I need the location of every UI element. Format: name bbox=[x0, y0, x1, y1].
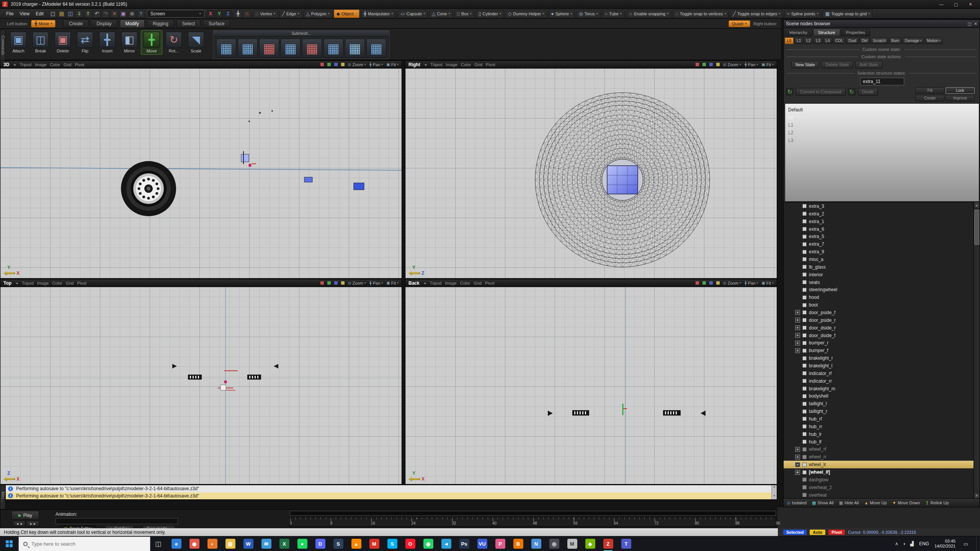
timeline-ruler[interactable]: 081624324048566472808896 bbox=[290, 517, 776, 527]
tree-node-door-dside-r[interactable]: +door_dside_r bbox=[784, 324, 974, 332]
import-icon[interactable]: ⇓ bbox=[75, 10, 83, 18]
node-checkbox[interactable] bbox=[802, 326, 807, 330]
tree-node-extra-1[interactable]: extra_1 bbox=[784, 218, 974, 225]
taskbar-app-whatsapp[interactable]: ◉ bbox=[423, 538, 433, 550]
viewport-toolbar-icon[interactable] bbox=[334, 281, 338, 285]
taskbar-app-blender[interactable]: B bbox=[513, 538, 523, 550]
node-checkbox[interactable] bbox=[802, 379, 807, 383]
tree-node-brakelight-l[interactable]: brakelight_l bbox=[784, 362, 974, 370]
timeline[interactable]: 081624324048566472808896 bbox=[290, 511, 776, 527]
tool-insert-button[interactable]: ╋Insert bbox=[96, 30, 118, 55]
node-checkbox[interactable] bbox=[802, 242, 807, 246]
node-checkbox[interactable] bbox=[802, 212, 807, 216]
scene-state-l2[interactable]: L2 bbox=[788, 129, 979, 137]
viewport-toolbar-icon[interactable] bbox=[702, 281, 706, 285]
viewport-zoom-control[interactable]: ◎Zoom▾ bbox=[723, 62, 741, 67]
viewport-menu-grid[interactable]: Grid bbox=[474, 62, 482, 67]
viewport-menu-color[interactable]: Color bbox=[461, 62, 471, 67]
viewport-name[interactable]: Right bbox=[408, 62, 420, 67]
tree-node-extra-2[interactable]: extra_2 bbox=[784, 210, 974, 218]
state-burn-button[interactable]: Burn bbox=[889, 37, 902, 44]
viewport-menu-tripod[interactable]: Tripod bbox=[22, 281, 34, 285]
state-motion-button[interactable]: Motion▾ bbox=[924, 37, 943, 44]
tree-node-steeringwheel[interactable]: steeringwheel bbox=[784, 286, 974, 293]
viewport-fit-control[interactable]: ▣Fit▾ bbox=[761, 281, 774, 285]
log-scrollbar[interactable]: ▲▼ bbox=[771, 485, 777, 499]
state-l3-button[interactable]: L3 bbox=[813, 37, 822, 44]
tree-node-hub-lf[interactable]: hub_lf bbox=[784, 438, 974, 446]
viewport-toolbar-icon[interactable] bbox=[696, 281, 699, 285]
lock-button[interactable]: Lock bbox=[946, 87, 975, 94]
axis-x-button[interactable]: X bbox=[207, 10, 214, 18]
mode-edge-button[interactable]: ╱Edge▾ bbox=[279, 10, 302, 18]
screen-select[interactable]: Screen ▾ bbox=[147, 10, 204, 18]
taskbar-app-telegram[interactable]: ◄ bbox=[441, 538, 451, 550]
tree-node-wheel-rf[interactable]: +wheel_rf bbox=[784, 446, 974, 453]
menu-view[interactable]: View bbox=[16, 10, 33, 17]
viewport-menu-image[interactable]: Image bbox=[446, 62, 457, 67]
viewport-menu-image[interactable]: Image bbox=[445, 281, 457, 285]
axis-z-button[interactable]: Z bbox=[224, 10, 232, 18]
mode-manipulator-button[interactable]: ╋Manipulator▾ bbox=[361, 10, 396, 18]
submesh-icon-7[interactable]: ▦ bbox=[345, 39, 365, 58]
taskbar-search[interactable] bbox=[18, 536, 150, 551]
viewport-menu-grid[interactable]: Grid bbox=[66, 281, 74, 285]
snap-spline-points-button[interactable]: ≈Spline points▾ bbox=[784, 10, 821, 18]
minimize-button[interactable]: — bbox=[934, 0, 949, 8]
viewport-toolbar-icon[interactable] bbox=[320, 63, 324, 66]
viewport-back[interactable]: Back◄TripodImageColorGridPivot◎Zoom▾╋Pan… bbox=[405, 279, 777, 484]
viewport-toolbar-icon[interactable] bbox=[341, 281, 345, 285]
tree-node-bumper-f[interactable]: +bumper_f bbox=[784, 347, 974, 354]
tab-properties[interactable]: Properties bbox=[841, 29, 870, 36]
submesh-group-caption[interactable]: Submesh... bbox=[213, 31, 389, 37]
node-checkbox[interactable] bbox=[802, 227, 807, 231]
pick-axes-icon[interactable]: ╋ bbox=[234, 10, 242, 18]
move-down-button[interactable]: ▼Move Down bbox=[892, 500, 920, 505]
viewport-menu-pivot[interactable]: Pivot bbox=[485, 281, 494, 285]
scene-state-default[interactable]: Default bbox=[788, 106, 979, 114]
expand-icon[interactable]: + bbox=[795, 348, 800, 353]
help-icon[interactable]: ? bbox=[137, 10, 145, 18]
viewport-top[interactable]: Top◄TripodImageColorGridPivot◎Zoom▾╋Pan▾… bbox=[0, 279, 402, 484]
tree-node-taillight-l[interactable]: taillight_l bbox=[784, 400, 974, 408]
tree-node-boot[interactable]: boot bbox=[784, 301, 974, 309]
expand-icon[interactable]: + bbox=[795, 455, 800, 460]
node-checkbox[interactable] bbox=[802, 295, 807, 300]
snap-enable-snapping-button[interactable]: ∩Enable snapping▾ bbox=[627, 10, 671, 18]
viewport-toolbar-icon[interactable] bbox=[327, 63, 331, 66]
expand-icon[interactable]: + bbox=[795, 310, 800, 315]
viewport-menu-color[interactable]: Color bbox=[50, 62, 60, 67]
viewport-right-canvas[interactable]: YZ bbox=[405, 68, 777, 278]
node-checkbox[interactable] bbox=[802, 288, 807, 292]
viewport-toolbar-icon[interactable] bbox=[334, 63, 338, 66]
menu-edit[interactable]: Edit bbox=[33, 10, 47, 17]
show-desktop-button[interactable] bbox=[976, 536, 978, 551]
start-button[interactable] bbox=[0, 536, 18, 551]
delete-state-button[interactable]: Delete State bbox=[822, 61, 853, 68]
viewport-menu-grid[interactable]: Grid bbox=[64, 62, 72, 67]
viewport-collapse-icon[interactable]: ◄ bbox=[15, 281, 18, 285]
viewport-zoom-control[interactable]: ◎Zoom▾ bbox=[723, 281, 741, 285]
viewport-3d-canvas[interactable]: YX bbox=[0, 68, 402, 278]
taskbar-app-file-explorer[interactable]: ▤ bbox=[225, 538, 235, 550]
viewport-top-canvas[interactable]: ZX bbox=[0, 287, 402, 484]
node-checkbox[interactable] bbox=[802, 364, 807, 368]
node-checkbox[interactable] bbox=[802, 303, 807, 307]
mode-polygon-button[interactable]: △Polygon▾ bbox=[304, 10, 332, 18]
submesh-icon-3[interactable]: ▦ bbox=[259, 39, 279, 58]
taskbar-app-excel[interactable]: X bbox=[279, 538, 289, 550]
viewport-toolbar-icon[interactable] bbox=[716, 63, 720, 66]
node-checkbox[interactable] bbox=[802, 371, 807, 375]
open-file-icon[interactable]: ▤ bbox=[58, 10, 65, 18]
tree-node-lb-glass[interactable]: lb_glass bbox=[784, 263, 974, 271]
tab-hierarchy[interactable]: Hierarchy bbox=[784, 29, 812, 36]
settings-icon[interactable]: ⊛ bbox=[128, 10, 136, 18]
axis-y-button[interactable]: Y bbox=[216, 10, 223, 18]
tree-node-brakelight-r[interactable]: brakelight_r bbox=[784, 354, 974, 362]
tool-rot-button[interactable]: ↻Rot... bbox=[163, 30, 185, 55]
redo-icon[interactable]: ↷ bbox=[102, 10, 109, 18]
ribbon-tab-display[interactable]: Display bbox=[91, 20, 117, 28]
taskbar-app-word[interactable]: W bbox=[243, 538, 253, 550]
taskbar-app-chrome[interactable]: ◉ bbox=[189, 538, 199, 550]
viewport-pan-control[interactable]: ╋Pan▾ bbox=[369, 62, 383, 67]
